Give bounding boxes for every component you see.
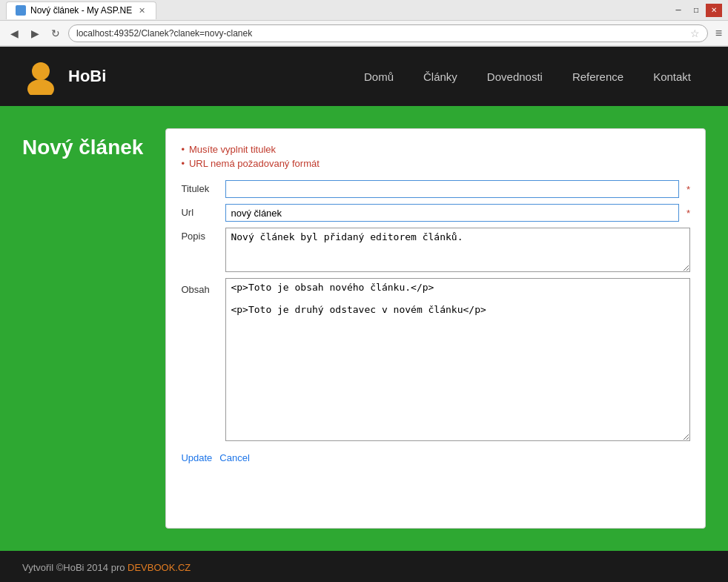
nav-item-reference[interactable]: Reference [557, 63, 638, 90]
url-label: Url [181, 204, 225, 218]
svg-point-0 [32, 62, 50, 80]
cancel-button[interactable]: Cancel [219, 452, 249, 463]
url-input-wrap: * [225, 204, 690, 222]
popis-textarea[interactable] [225, 228, 690, 272]
page-title: Nový článek [22, 128, 143, 529]
obsah-label: Obsah [181, 278, 225, 295]
obsah-textarea[interactable] [225, 278, 690, 441]
back-button[interactable]: ◀ [6, 25, 22, 42]
update-button[interactable]: Update [181, 452, 212, 463]
titulek-input-wrap: * [225, 180, 690, 198]
close-button[interactable]: ✕ [706, 4, 722, 17]
form-card: Musíte vyplnit titulek URL nemá požadova… [165, 128, 706, 529]
minimize-button[interactable]: ─ [670, 4, 686, 17]
popis-row: Popis [181, 228, 690, 272]
form-actions: Update Cancel [181, 452, 690, 463]
site-header: HoBi Domů Články Dovednosti Reference Ko… [0, 47, 728, 106]
error-item-1: Musíte vyplnit titulek [181, 144, 690, 155]
logo-area: HoBi [22, 58, 106, 95]
popis-label: Popis [181, 228, 225, 242]
nav-item-clanky[interactable]: Články [408, 63, 472, 90]
site-content: Nový článek Musíte vyplnit titulek URL n… [0, 106, 728, 551]
tab-close-button[interactable]: ✕ [136, 5, 147, 16]
reload-button[interactable]: ↻ [47, 25, 64, 42]
error-list: Musíte vyplnit titulek URL nemá požadova… [181, 144, 690, 169]
titulek-input[interactable] [225, 180, 679, 198]
tab-title: Nový článek - My ASP.NE [30, 5, 132, 16]
maximize-button[interactable]: □ [688, 4, 704, 17]
nav-item-kontakt[interactable]: Kontakt [638, 63, 706, 90]
popis-input-wrap [225, 228, 690, 272]
svg-point-1 [27, 79, 54, 95]
avatar [22, 58, 59, 95]
site-title: HoBi [68, 67, 106, 86]
nav-item-domu[interactable]: Domů [349, 63, 408, 90]
footer-text: Vytvořil ©HoBi 2014 pro DEVBOOK.CZ [22, 562, 191, 573]
url-input[interactable] [225, 204, 679, 222]
browser-tab[interactable]: Nový článek - My ASP.NE ✕ [6, 1, 156, 19]
url-required: * [686, 208, 690, 219]
titulek-row: Titulek * [181, 180, 690, 198]
site-footer: Vytvořil ©HoBi 2014 pro DEVBOOK.CZ [0, 551, 728, 582]
nav-item-dovednosti[interactable]: Dovednosti [472, 63, 557, 90]
url-display: localhost:49352/Clanek?clanek=novy-clane… [76, 28, 687, 39]
obsah-input-wrap [225, 278, 690, 441]
forward-button[interactable]: ▶ [27, 25, 43, 42]
bookmark-icon[interactable]: ☆ [690, 27, 700, 39]
tab-favicon [16, 5, 26, 16]
address-bar[interactable]: localhost:49352/Clanek?clanek=novy-clane… [68, 24, 708, 42]
error-item-2: URL nemá požadovaný formát [181, 158, 690, 169]
footer-link[interactable]: DEVBOOK.CZ [128, 562, 191, 573]
titulek-required: * [686, 184, 690, 195]
url-row: Url * [181, 204, 690, 222]
browser-menu-icon[interactable]: ≡ [715, 27, 722, 40]
obsah-row: Obsah [181, 278, 690, 441]
titulek-label: Titulek [181, 180, 225, 194]
site-nav: Domů Články Dovednosti Reference Kontakt [349, 63, 706, 90]
